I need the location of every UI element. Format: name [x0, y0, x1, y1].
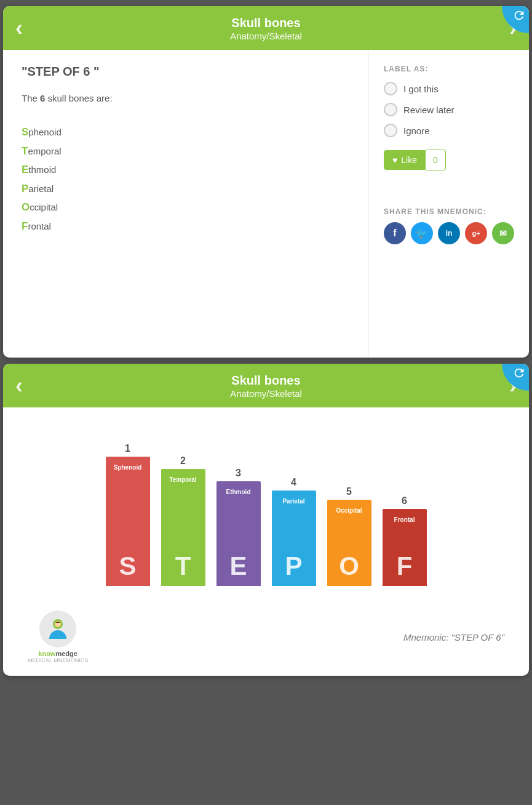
- card-2-subtitle: Anatomy/Skeletal: [230, 388, 302, 399]
- radio-label-got: I got this: [403, 84, 439, 94]
- bar-number: 3: [236, 468, 241, 479]
- card-1-right: LABEL AS: I got this Review later Ignore…: [369, 50, 529, 358]
- bar-chart: 1 Sphenoid S 2 Temporal T 3 Ethmoid E 4 …: [100, 426, 432, 586]
- chart-area: 1 Sphenoid S 2 Temporal T 3 Ethmoid E 4 …: [3, 407, 529, 676]
- card-1: ‹ Skull bones Anatomy/Skeletal › "STEP O…: [3, 6, 529, 358]
- refresh-badge-1[interactable]: [502, 6, 529, 33]
- bar-block: Parietal P: [272, 491, 316, 586]
- radio-label-ignore: Ignore: [403, 126, 430, 136]
- bar-letter: O: [339, 551, 359, 586]
- bar-block: Occipital O: [327, 500, 371, 586]
- bar-number: 5: [346, 486, 352, 497]
- like-label: Like: [401, 155, 417, 165]
- share-twitter[interactable]: 🐦: [411, 222, 433, 244]
- prev-arrow-1[interactable]: ‹: [15, 17, 23, 39]
- knowmedge-logo: knowmedge MEDICAL MNEMONICS: [28, 611, 88, 663]
- share-linkedin[interactable]: in: [438, 222, 460, 244]
- prev-arrow-2[interactable]: ‹: [15, 375, 23, 397]
- share-email[interactable]: ✉: [492, 222, 514, 244]
- radio-circle-review: [384, 103, 397, 116]
- content-text: The 6 skull bones are: Sphenoid Temporal…: [22, 90, 350, 236]
- logo-circle: [39, 611, 76, 647]
- radio-circle-got: [384, 82, 397, 95]
- card-1-body: "STEP OF 6 " The 6 skull bones are: Sphe…: [3, 50, 529, 358]
- bar-letter: E: [229, 551, 247, 586]
- radio-review-later[interactable]: Review later: [384, 103, 514, 116]
- bar-block: Ethmoid E: [216, 481, 261, 586]
- card-1-title: Skull bones: [230, 15, 302, 31]
- mnemonic-title: "STEP OF 6 ": [22, 65, 350, 79]
- bar-col-s: 1 Sphenoid S: [100, 443, 156, 586]
- radio-circle-ignore: [384, 124, 397, 137]
- card-1-header: ‹ Skull bones Anatomy/Skeletal ›: [3, 6, 529, 50]
- bar-block: Temporal T: [161, 469, 205, 586]
- bar-number: 2: [180, 455, 186, 467]
- share-googleplus[interactable]: g+: [465, 222, 487, 244]
- share-icons: f 🐦 in g+ ✉: [384, 222, 514, 244]
- bar-col-e: 3 Ethmoid E: [211, 468, 266, 586]
- bar-number: 4: [291, 477, 296, 488]
- card-1-left: "STEP OF 6 " The 6 skull bones are: Sphe…: [3, 50, 369, 358]
- label-as-title: LABEL AS:: [384, 65, 514, 73]
- bar-letter: T: [175, 551, 191, 586]
- bar-col-t: 2 Temporal T: [156, 455, 211, 586]
- bar-col-f: 6 Frontal F: [377, 495, 432, 586]
- bar-col-p: 4 Parietal P: [266, 477, 322, 586]
- like-button[interactable]: ♥ Like: [384, 150, 426, 170]
- card-2: ‹ Skull bones Anatomy/Skeletal › 1 Sphen…: [3, 364, 529, 676]
- radio-label-review: Review later: [403, 105, 455, 115]
- refresh-badge-2[interactable]: [502, 364, 529, 391]
- mnemonic-caption: Mnemonic: "STEP OF 6": [403, 632, 504, 643]
- logo-subtext: MEDICAL MNEMONICS: [28, 657, 88, 663]
- card-2-header: ‹ Skull bones Anatomy/Skeletal ›: [3, 364, 529, 407]
- bar-block: Frontal F: [383, 509, 427, 586]
- like-count: 0: [426, 150, 446, 170]
- bar-col-o: 5 Occipital O: [322, 486, 377, 586]
- share-title: SHARE THIS MNEMONIC:: [384, 207, 514, 216]
- chart-footer: knowmedge MEDICAL MNEMONICS Mnemonic: "S…: [15, 611, 517, 663]
- bold-number: 6: [40, 93, 45, 103]
- bar-letter: F: [397, 551, 413, 586]
- bar-number: 1: [125, 443, 130, 454]
- heart-icon: ♥: [392, 155, 397, 165]
- card-1-subtitle: Anatomy/Skeletal: [230, 31, 302, 41]
- bar-number: 6: [402, 495, 407, 507]
- bar-letter: P: [285, 551, 302, 586]
- card-2-title: Skull bones: [230, 372, 302, 388]
- share-facebook[interactable]: f: [384, 222, 406, 244]
- bar-letter: S: [119, 551, 136, 586]
- like-container: ♥ Like 0: [384, 150, 514, 170]
- bar-block: Sphenoid S: [106, 457, 150, 586]
- radio-i-got-this[interactable]: I got this: [384, 82, 514, 95]
- logo-text: knowmedge: [38, 650, 77, 657]
- radio-ignore[interactable]: Ignore: [384, 124, 514, 137]
